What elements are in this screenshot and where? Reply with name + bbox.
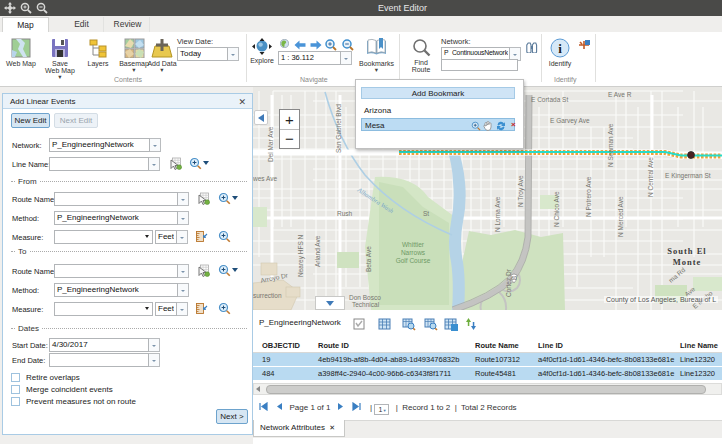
svg-text:Golf Course: Golf Course <box>396 257 431 264</box>
svg-text:N Seaman Ave: N Seaman Ave <box>607 123 614 167</box>
svg-text:Narrows: Narrows <box>401 249 426 256</box>
svg-text:N Merced Ave: N Merced Ave <box>617 196 624 237</box>
svg-text:Arland Ave: Arland Ave <box>314 235 321 267</box>
svg-text:i: i <box>558 41 562 56</box>
svg-text:N Chico Ave: N Chico Ave <box>553 191 560 227</box>
svg-text:Technical: Technical <box>352 301 380 308</box>
svg-text:E Ave R: E Ave R <box>608 91 632 98</box>
svg-text:San Gabriel Blvd: San Gabriel Blvd <box>335 104 342 153</box>
svg-text:surrection: surrection <box>253 292 282 299</box>
svg-text:Nearey HFS N: Nearey HFS N <box>297 234 305 277</box>
svg-text:E Kingerman St: E Kingerman St <box>665 172 711 180</box>
svg-text:Beta Ave: Beta Ave <box>365 246 372 272</box>
svg-text:E Garvey Ave: E Garvey Ave <box>550 117 590 125</box>
svg-text:N Potrero Ave: N Potrero Ave <box>585 176 592 217</box>
svg-text:N Troy Ave: N Troy Ave <box>517 175 525 207</box>
svg-text:Monte: Monte <box>673 257 702 267</box>
svg-text:N Central Ave: N Central Ave <box>647 157 654 197</box>
svg-text:60: 60 <box>511 276 517 281</box>
svg-text:E Cortada St: E Cortada St <box>531 96 568 103</box>
svg-text:wes Ave: wes Ave <box>253 175 277 182</box>
svg-text:Whittier: Whittier <box>402 241 425 248</box>
svg-text:St: St <box>423 210 429 217</box>
svg-text:Cortez Dr: Cortez Dr <box>505 268 512 297</box>
svg-text:N Loma Ave: N Loma Ave <box>494 196 501 232</box>
svg-text:Del Mar Ave: Del Mar Ave <box>267 126 274 162</box>
svg-text:Don Bosco: Don Bosco <box>349 294 381 301</box>
svg-text:Rush: Rush <box>337 210 353 217</box>
svg-text:South El: South El <box>667 246 706 256</box>
